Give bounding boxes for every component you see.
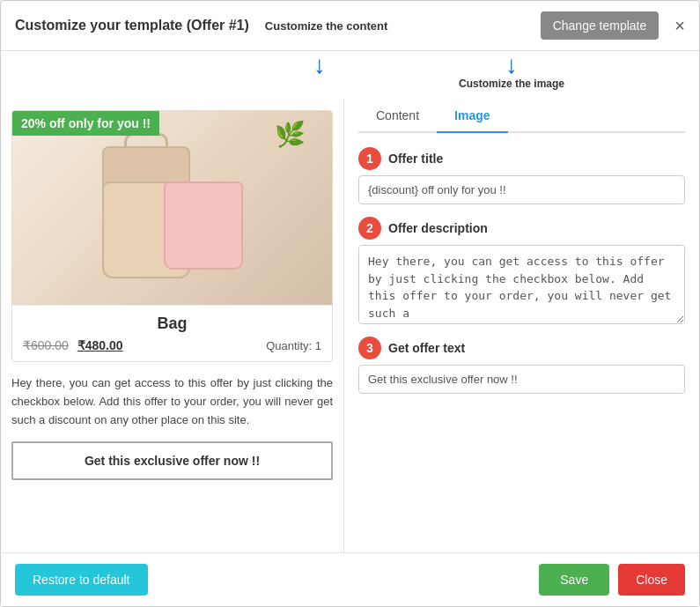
product-image: 🌿 bbox=[12, 111, 332, 305]
image-arrow-icon: ↓ bbox=[505, 53, 518, 78]
offer-description-textarea[interactable]: Hey there, you can get access to this of… bbox=[358, 245, 685, 324]
tabs-row: Content Image bbox=[358, 100, 685, 133]
modal-body: 20% off only for you !! 🌿 Bag bbox=[1, 100, 699, 552]
tab-content[interactable]: Content bbox=[358, 100, 437, 133]
offer-description-label: Offer description bbox=[388, 221, 488, 235]
product-name: Bag bbox=[23, 315, 321, 333]
price-group: ₹600.00 ₹480.00 bbox=[23, 338, 123, 352]
offer-banner: 20% off only for you !! bbox=[12, 111, 159, 136]
field-label-row-1: 1 Offer title bbox=[358, 147, 685, 170]
arrows-row: ↓ ↓ Customize the image bbox=[1, 51, 699, 100]
footer-right-buttons: Save Close bbox=[539, 564, 685, 596]
product-info: Bag ₹600.00 ₹480.00 Quantity: 1 bbox=[12, 305, 332, 361]
field-label-row-3: 3 Get offer text bbox=[358, 337, 685, 359]
customize-image-label: Customize the image bbox=[459, 78, 564, 90]
modal-header: Customize your template (Offer #1) Custo… bbox=[1, 1, 699, 51]
content-arrow-group: ↓ bbox=[313, 53, 326, 78]
modal-title: Customize your template (Offer #1) bbox=[15, 18, 249, 33]
change-template-button[interactable]: Change template bbox=[541, 11, 659, 40]
customize-modal: Customize your template (Offer #1) Custo… bbox=[0, 0, 700, 607]
form-section: 1 Offer title 2 Offer description Hey th… bbox=[358, 147, 685, 394]
close-button[interactable]: Close bbox=[618, 564, 685, 596]
modal-footer: Restore to default Save Close bbox=[1, 552, 699, 606]
discounted-price: ₹480.00 bbox=[77, 338, 123, 352]
tab-image[interactable]: Image bbox=[437, 100, 507, 133]
field-label-row-2: 2 Offer description bbox=[358, 217, 685, 240]
left-panel: 20% off only for you !! 🌿 Bag bbox=[1, 100, 344, 552]
plant-decor-icon: 🌿 bbox=[275, 120, 306, 149]
original-price: ₹600.00 bbox=[23, 338, 69, 352]
field-group-offer-description: 2 Offer description Hey there, you can g… bbox=[358, 217, 685, 324]
step-badge-3: 3 bbox=[358, 337, 381, 359]
step-badge-2: 2 bbox=[358, 217, 381, 240]
restore-default-button[interactable]: Restore to default bbox=[15, 564, 148, 596]
offer-title-input[interactable] bbox=[358, 175, 685, 204]
offer-description: Hey there, you can get access to this of… bbox=[11, 371, 333, 433]
field-group-offer-title: 1 Offer title bbox=[358, 147, 685, 204]
step-badge-1: 1 bbox=[358, 147, 381, 170]
price-row: ₹600.00 ₹480.00 Quantity: 1 bbox=[23, 338, 321, 352]
image-arrow-group: ↓ Customize the image bbox=[459, 53, 564, 90]
modal-close-button[interactable]: × bbox=[674, 16, 685, 36]
get-offer-text-input[interactable] bbox=[358, 365, 685, 394]
right-panel: Content Image 1 Offer title 2 O bbox=[344, 100, 699, 552]
customize-content-label: Customize the content bbox=[265, 19, 387, 33]
offer-title-label: Offer title bbox=[388, 152, 443, 166]
save-button[interactable]: Save bbox=[539, 564, 609, 596]
bag-illustration bbox=[85, 129, 261, 287]
field-group-get-offer-text: 3 Get offer text bbox=[358, 337, 685, 394]
get-offer-text-label: Get offer text bbox=[388, 341, 465, 355]
product-card: 20% off only for you !! 🌿 Bag bbox=[11, 110, 333, 362]
pink-bag bbox=[164, 181, 243, 270]
offer-cta-button[interactable]: Get this exclusive offer now !! bbox=[11, 441, 333, 480]
quantity-text: Quantity: 1 bbox=[266, 339, 321, 352]
content-arrow-icon: ↓ bbox=[313, 53, 326, 78]
